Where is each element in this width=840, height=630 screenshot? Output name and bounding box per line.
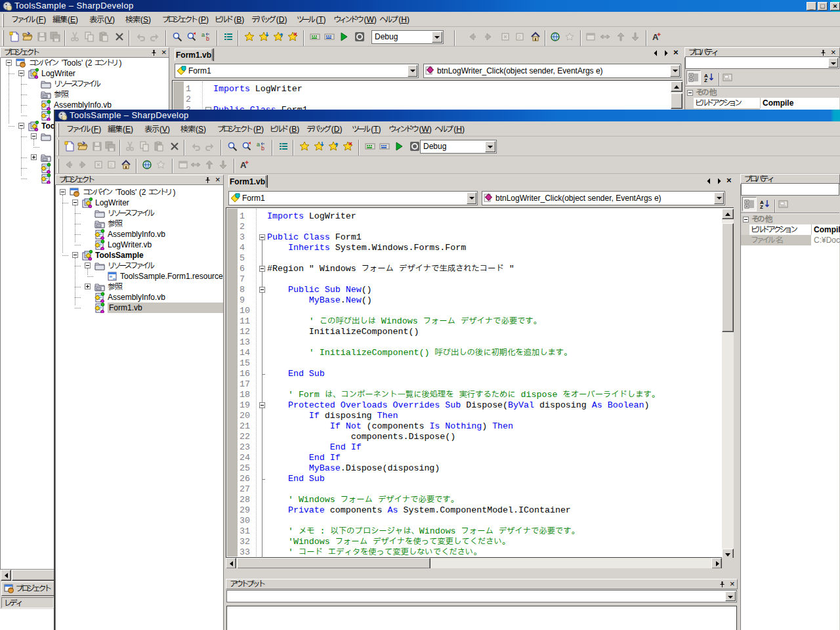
svg-text:Z: Z [760,204,763,209]
svg-text:a: a [257,141,260,148]
svg-text:A: A [240,160,247,170]
svg-text:a: a [201,32,205,38]
svg-text:2: 2 [110,162,113,168]
svg-text:Z: Z [704,77,707,83]
svg-text:b: b [261,145,264,152]
svg-text:A: A [652,32,659,42]
svg-text:b: b [206,35,209,42]
svg-text:2: 2 [518,34,521,40]
